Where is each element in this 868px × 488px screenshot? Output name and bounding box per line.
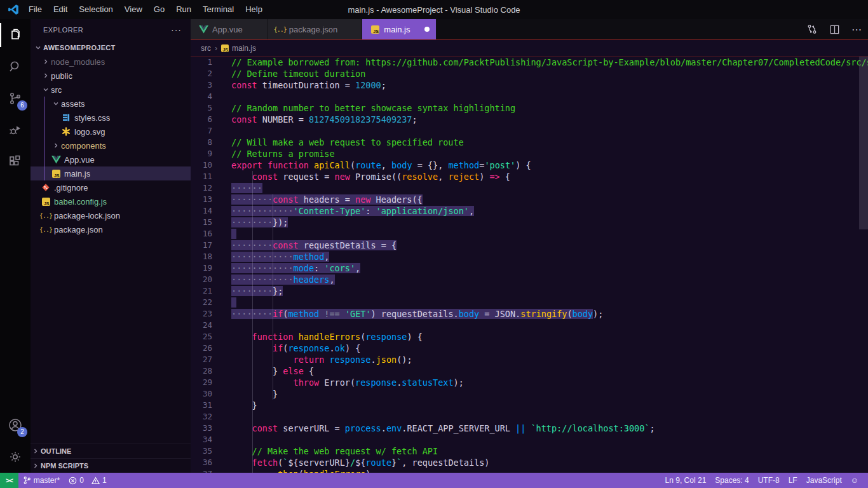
breadcrumb-item-main.js[interactable]: main.js: [232, 44, 256, 53]
line-number[interactable]: 34: [191, 434, 221, 445]
code-line-36[interactable]: 36 fetch(`${serverURL}/${route}`, reques…: [191, 457, 868, 468]
status-feedback[interactable]: ☺: [846, 473, 863, 488]
line-number[interactable]: 25: [191, 331, 221, 342]
code-line-4[interactable]: 4: [191, 91, 868, 102]
line-number[interactable]: 28: [191, 365, 221, 377]
line-number[interactable]: 19: [191, 262, 221, 274]
line-number[interactable]: 18: [191, 251, 221, 262]
line-number[interactable]: 37: [191, 468, 221, 473]
tree-item-babel-config-js[interactable]: JSbabel.config.js: [31, 194, 191, 208]
code-line-35[interactable]: 35 // Make the web request w/ fetch API: [191, 445, 868, 457]
activity-run-debug[interactable]: [0, 114, 31, 146]
code-line-30[interactable]: 30 }: [191, 388, 868, 400]
line-number[interactable]: 24: [191, 320, 221, 331]
tree-item-components[interactable]: components: [31, 139, 191, 152]
code-line-9[interactable]: 9// Returns a promise: [191, 148, 868, 159]
code-line-37[interactable]: 37 .then(handleErrors): [191, 468, 868, 473]
line-number[interactable]: 27: [191, 354, 221, 365]
code-line-1[interactable]: 1// Example borrowed from: https://githu…: [191, 57, 868, 68]
line-number[interactable]: 29: [191, 377, 221, 388]
vscode-logo-icon[interactable]: [4, 0, 23, 19]
activity-source-control[interactable]: 6: [0, 83, 31, 114]
menu-file[interactable]: File: [23, 0, 48, 19]
remote-indicator[interactable]: ><: [0, 473, 18, 488]
breadcrumb-item-src[interactable]: src: [201, 44, 211, 53]
tab-app-vue[interactable]: App.vue: [191, 19, 268, 39]
split-editor-icon[interactable]: [829, 24, 840, 35]
code-line-13[interactable]: 13········const headers = new Headers({: [191, 194, 868, 205]
line-number[interactable]: 23: [191, 308, 221, 320]
line-number[interactable]: 2: [191, 68, 221, 79]
project-root[interactable]: AWESOMEPROJECT: [31, 41, 191, 55]
code-line-15[interactable]: 15········});: [191, 217, 868, 228]
code-line-7[interactable]: 7: [191, 125, 868, 137]
activity-explorer[interactable]: [0, 19, 31, 51]
line-number[interactable]: 5: [191, 102, 221, 114]
section-npm-scripts[interactable]: NPM SCRIPTS: [31, 458, 191, 473]
line-number[interactable]: 8: [191, 137, 221, 148]
status-language-mode[interactable]: JavaScript: [802, 473, 846, 488]
compare-changes-icon[interactable]: [806, 24, 818, 35]
line-number[interactable]: 4: [191, 91, 221, 102]
code-editor[interactable]: 1// Example borrowed from: https://githu…: [191, 57, 868, 473]
menu-help[interactable]: Help: [240, 0, 268, 19]
code-line-28[interactable]: 28 } else {: [191, 365, 868, 377]
menu-terminal[interactable]: Terminal: [197, 0, 240, 19]
menu-view[interactable]: View: [119, 0, 148, 19]
line-number[interactable]: 12: [191, 182, 221, 194]
code-line-23[interactable]: 23········if(method !== 'GET') requestDe…: [191, 308, 868, 320]
code-line-8[interactable]: 8// Will make a web request to specified…: [191, 137, 868, 148]
tree-item--gitignore[interactable]: .gitignore: [31, 180, 191, 194]
line-number[interactable]: 30: [191, 388, 221, 400]
code-line-12[interactable]: 12······: [191, 182, 868, 194]
unsaved-dot-icon[interactable]: [424, 27, 430, 32]
code-line-2[interactable]: 2// Define timeout duration: [191, 68, 868, 79]
code-line-33[interactable]: 33 const serverURL = process.env.REACT_A…: [191, 423, 868, 434]
menu-selection[interactable]: Selection: [73, 0, 118, 19]
code-line-29[interactable]: 29 throw Error(response.statusText);: [191, 377, 868, 388]
status-indentation[interactable]: Spaces: 4: [710, 473, 753, 488]
status-cursor-position[interactable]: Ln 9, Col 21: [661, 473, 711, 488]
line-number[interactable]: 16: [191, 228, 221, 240]
line-number[interactable]: 14: [191, 205, 221, 217]
code-line-32[interactable]: 32: [191, 411, 868, 423]
tree-item-assets[interactable]: assets: [31, 97, 191, 111]
section-outline[interactable]: OUTLINE: [31, 444, 191, 458]
code-line-17[interactable]: 17········const requestDetails = {: [191, 240, 868, 251]
line-number[interactable]: 31: [191, 400, 221, 411]
activity-search[interactable]: [0, 51, 31, 83]
line-number[interactable]: 33: [191, 423, 221, 434]
code-line-24[interactable]: 24: [191, 320, 868, 331]
tree-item-app-vue[interactable]: App.vue: [31, 152, 191, 166]
menu-run[interactable]: Run: [170, 0, 197, 19]
status-eol[interactable]: LF: [784, 473, 802, 488]
sidebar-more-actions-icon[interactable]: ···: [171, 25, 182, 35]
code-line-27[interactable]: 27 return response.json();: [191, 354, 868, 365]
line-number[interactable]: 32: [191, 411, 221, 423]
code-line-26[interactable]: 26 if(response.ok) {: [191, 342, 868, 354]
line-number[interactable]: 13: [191, 194, 221, 205]
line-number[interactable]: 11: [191, 171, 221, 182]
editor-scrollbar[interactable]: [859, 57, 868, 229]
line-number[interactable]: 7: [191, 125, 221, 137]
line-number[interactable]: 10: [191, 159, 221, 171]
tree-item-public[interactable]: public: [31, 69, 191, 83]
code-line-5[interactable]: 5// Random number to better showcase syn…: [191, 102, 868, 114]
line-number[interactable]: 26: [191, 342, 221, 354]
code-line-16[interactable]: 16: [191, 228, 868, 240]
code-line-6[interactable]: 6const NUMBER = 81274509182375409237;: [191, 114, 868, 125]
ellipsis-icon[interactable]: ⋯: [851, 24, 862, 36]
line-number[interactable]: 22: [191, 297, 221, 308]
line-number[interactable]: 3: [191, 79, 221, 91]
activity-accounts[interactable]: 2: [0, 409, 31, 441]
line-number[interactable]: 21: [191, 285, 221, 297]
menu-go[interactable]: Go: [148, 0, 170, 19]
tree-item-logo-svg[interactable]: logo.svg: [31, 125, 191, 139]
code-line-34[interactable]: 34: [191, 434, 868, 445]
code-line-10[interactable]: 10export function apiCall(route, body = …: [191, 159, 868, 171]
code-line-3[interactable]: 3const timeoutDuration = 12000;: [191, 79, 868, 91]
tree-item-src[interactable]: src: [31, 83, 191, 97]
tree-item-main-js[interactable]: JSmain.js: [31, 166, 191, 180]
code-line-25[interactable]: 25 function handleErrors(response) {: [191, 331, 868, 342]
line-number[interactable]: 35: [191, 445, 221, 457]
